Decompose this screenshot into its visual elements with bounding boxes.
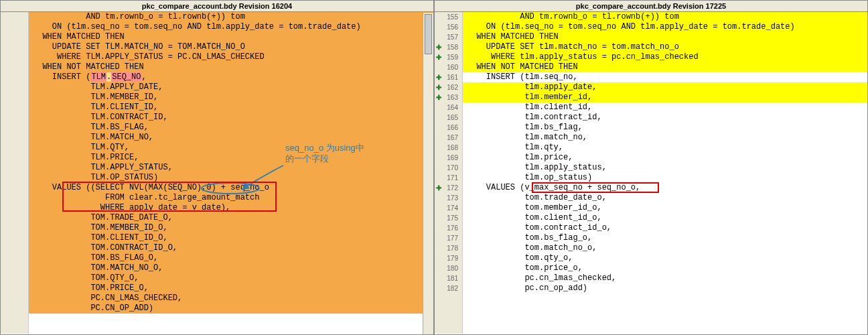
left-gutter [1, 12, 29, 334]
left-gutter-line [1, 72, 28, 82]
code-line[interactable]: WHEN MATCHED THEN [463, 32, 867, 42]
left-gutter-line [1, 103, 28, 113]
left-gutter-line [1, 283, 28, 293]
right-gutter-line: 179 [435, 253, 462, 263]
code-line[interactable]: PC.CN_LMAS_CHECKED, [29, 293, 433, 304]
code-line[interactable]: VALUES (v_max_seq_no + seq_no_o, [463, 183, 867, 193]
code-line[interactable]: TLM.OP_STATUS) [29, 173, 433, 183]
code-line[interactable]: tom.trade_date_o, [463, 193, 867, 203]
code-line[interactable]: UPDATE SET tlm.match_no = tom.match_no_o [463, 42, 867, 52]
code-line[interactable]: TLM.MATCH_NO, [29, 133, 433, 143]
code-line[interactable]: UPDATE SET TLM.MATCH_NO = TOM.MATCH_NO_O [29, 42, 433, 52]
code-line[interactable]: TLM.CLIENT_ID, [29, 103, 433, 113]
code-line[interactable]: tlm.price, [463, 153, 867, 163]
code-line[interactable]: tom.match_no_o, [463, 243, 867, 253]
code-line[interactable]: TLM.CONTRACT_ID, [29, 113, 433, 123]
code-line[interactable]: pc.cn_op_add) [463, 283, 867, 293]
right-gutter-line: 169 [435, 153, 462, 163]
code-line[interactable]: ON (tlm.seq_no = tom.seq_no AND tlm.appl… [463, 22, 867, 32]
code-line[interactable]: tom.price_o, [463, 263, 867, 273]
code-line[interactable]: TOM.QTY_O, [29, 273, 433, 283]
code-line[interactable]: WHEN MATCHED THEN [29, 32, 433, 42]
left-gutter-line [1, 22, 28, 32]
left-gutter-line [1, 82, 28, 92]
code-line[interactable]: tlm.op_status) [463, 173, 867, 183]
code-line[interactable]: TLM.APPLY_STATUS, [29, 163, 433, 173]
left-pane: pkc_compare_account.bdy Revision 16204 A… [0, 0, 435, 335]
right-gutter-line: 172 [435, 183, 462, 193]
code-line[interactable]: TOM.CLIENT_ID_O, [29, 233, 433, 243]
code-line[interactable]: tom.contract_id_o, [463, 223, 867, 233]
left-gutter-line [1, 62, 28, 72]
code-line[interactable]: pc.cn_lmas_checked, [463, 273, 867, 283]
right-code-area[interactable]: AND tm.rownb_o = tl.rownb(+)) tom ON (tl… [463, 12, 867, 334]
code-line[interactable]: tlm.apply_status, [463, 163, 867, 173]
left-gutter-line [1, 183, 28, 193]
code-line[interactable]: TLM.PRICE, [29, 153, 433, 163]
left-gutter-line [1, 32, 28, 42]
left-gutter-line [1, 263, 28, 273]
code-line[interactable]: tom.client_id_o, [463, 213, 867, 223]
code-line[interactable]: TOM.PRICE_O, [29, 283, 433, 293]
right-pane-title: pkc_compare_account.bdy Revision 17225 [435, 1, 867, 12]
left-gutter-line [1, 42, 28, 52]
code-line[interactable]: INSERT (TLM.SEQ_NO, [29, 72, 433, 82]
right-gutter-line: 178 [435, 243, 462, 253]
code-line[interactable]: TOM.CONTRACT_ID_O, [29, 243, 433, 253]
code-line[interactable]: tlm.apply_date, [463, 82, 867, 92]
left-gutter-line [1, 304, 28, 314]
code-line[interactable]: tlm.member_id, [463, 92, 867, 103]
right-gutter-line: 180 [435, 263, 462, 273]
left-gutter-line [1, 203, 28, 213]
code-line[interactable]: WHEN NOT MATCHED THEN [463, 62, 867, 72]
code-line[interactable]: WHEN NOT MATCHED THEN [29, 62, 433, 72]
code-line[interactable]: INSERT (tlm.seq_no, [463, 72, 867, 82]
code-line[interactable]: AND tm.rownb_o = tl.rownb(+)) tom [463, 12, 867, 22]
code-line[interactable]: tlm.client_id, [463, 103, 867, 113]
right-gutter-line: 162 [435, 82, 462, 92]
left-gutter-line [1, 92, 28, 103]
code-line[interactable]: tom.qty_o, [463, 253, 867, 263]
left-gutter-line [1, 173, 28, 183]
code-line[interactable]: TLM.QTY, [29, 143, 433, 153]
right-gutter-line: 182 [435, 283, 462, 293]
code-line[interactable]: tlm.contract_id, [463, 113, 867, 123]
code-line[interactable]: tlm.qty, [463, 143, 867, 153]
right-gutter-line: 173 [435, 193, 462, 203]
left-pane-title: pkc_compare_account.bdy Revision 16204 [1, 1, 433, 12]
left-gutter-line [1, 12, 28, 22]
left-gutter-line [1, 213, 28, 223]
right-gutter-line: 168 [435, 143, 462, 153]
code-line[interactable]: AND tm.rownb_o = tl.rownb(+)) tom [29, 12, 433, 22]
right-gutter-line: 171 [435, 173, 462, 183]
right-gutter-line: 159 [435, 52, 462, 62]
code-line[interactable]: TOM.MATCH_NO_O, [29, 263, 433, 273]
code-line[interactable]: WHERE apply_date = v_date), [29, 203, 433, 213]
code-line[interactable]: ON (tlm.seq_no = tom.seq_no AND tlm.appl… [29, 22, 433, 32]
right-gutter-line: 175 [435, 213, 462, 223]
code-line[interactable]: WHERE tlm.apply_status = pc.cn_lmas_chec… [463, 52, 867, 62]
left-gutter-line [1, 163, 28, 173]
code-line[interactable]: tom.bs_flag_o, [463, 233, 867, 243]
code-line[interactable]: tom.member_id_o, [463, 203, 867, 213]
left-gutter-line [1, 293, 28, 304]
left-gutter-line [1, 133, 28, 143]
left-scrollbar[interactable] [423, 13, 433, 334]
right-gutter: 1551561571581591601611621631641651661671… [435, 12, 463, 334]
code-line[interactable]: TLM.MEMBER_ID, [29, 92, 433, 103]
code-line[interactable]: TOM.BS_FLAG_O, [29, 253, 433, 263]
code-line[interactable]: FROM clear.tc_large_amount_match [29, 193, 433, 203]
code-line[interactable]: TLM.BS_FLAG, [29, 123, 433, 133]
right-gutter-line: 158 [435, 42, 462, 52]
left-scrollbar-thumb[interactable] [425, 14, 432, 54]
left-code-area[interactable]: AND tm.rownb_o = tl.rownb(+)) tom ON (tl… [29, 12, 433, 334]
code-line[interactable]: TOM.MEMBER_ID_O, [29, 223, 433, 233]
code-line[interactable]: PC.CN_OP_ADD) [29, 304, 433, 314]
code-line[interactable]: TLM.APPLY_DATE, [29, 82, 433, 92]
code-line[interactable]: TOM.TRADE_DATE_O, [29, 213, 433, 223]
code-line[interactable]: tlm.match_no, [463, 133, 867, 143]
code-line[interactable]: WHERE TLM.APPLY_STATUS = PC.CN_LMAS_CHEC… [29, 52, 433, 62]
right-gutter-line: 163 [435, 92, 462, 103]
code-line[interactable]: VALUES ((SELECT NVL(MAX(SEQ_NO),0) + seq… [29, 183, 433, 193]
code-line[interactable]: tlm.bs_flag, [463, 123, 867, 133]
